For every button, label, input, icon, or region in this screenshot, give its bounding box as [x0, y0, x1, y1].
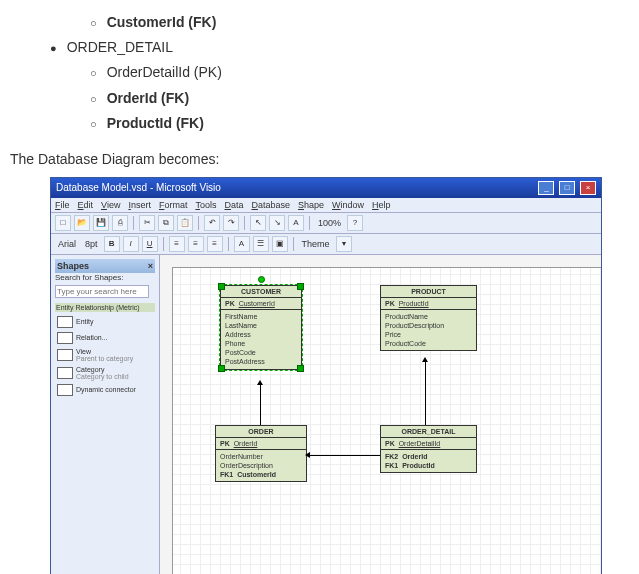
shapes-search-input[interactable]: [55, 285, 149, 298]
shapes-header: Shapes ×: [55, 259, 155, 273]
entity-title: ORDER_DETAIL: [381, 426, 476, 438]
toolbar-format: Arial 8pt B I U ≡ ≡ ≡ A ☰ ▣ Theme ▾: [51, 234, 601, 255]
copy-icon[interactable]: ⧉: [158, 215, 174, 231]
text-icon[interactable]: A: [288, 215, 304, 231]
shapes-search-label: Search for Shapes:: [55, 273, 155, 282]
entity-pk: PK OrderDetailId: [381, 438, 476, 450]
window-buttons: _ □ ×: [536, 181, 596, 195]
entity-title: CUSTOMER: [221, 286, 301, 298]
menu-tools[interactable]: Tools: [195, 200, 216, 210]
menu-window[interactable]: Window: [332, 200, 364, 210]
ruler-top: [160, 255, 601, 268]
relation-orderdetail-order[interactable]: [308, 455, 380, 456]
undo-icon[interactable]: ↶: [204, 215, 220, 231]
entity-title: ORDER: [216, 426, 306, 438]
font-color-icon[interactable]: A: [234, 236, 250, 252]
pointer-icon[interactable]: ↖: [250, 215, 266, 231]
theme-dropdown-icon[interactable]: ▾: [336, 236, 352, 252]
font-size[interactable]: 8pt: [82, 239, 101, 249]
menu-view[interactable]: View: [101, 200, 120, 210]
menu-insert[interactable]: Insert: [128, 200, 151, 210]
entity-title: PRODUCT: [381, 286, 476, 298]
fill-color-icon[interactable]: ▣: [272, 236, 288, 252]
shape-item[interactable]: Relation...: [55, 330, 155, 346]
shapes-panel: Shapes × Search for Shapes: Entity Relat…: [51, 255, 160, 574]
ruler-left: [160, 267, 173, 574]
relation-orderdetail-product[interactable]: [425, 360, 426, 425]
align-center-icon[interactable]: ≡: [188, 236, 204, 252]
line-color-icon[interactable]: ☰: [253, 236, 269, 252]
align-right-icon[interactable]: ≡: [207, 236, 223, 252]
menu-database[interactable]: Database: [251, 200, 290, 210]
save-icon[interactable]: 💾: [93, 215, 109, 231]
canvas[interactable]: CUSTOMER PK CustomerId FirstNameLastName…: [160, 255, 601, 574]
close-button[interactable]: ×: [580, 181, 596, 195]
toolbar-standard: □ 📂 💾 ⎙ ✂ ⧉ 📋 ↶ ↷ ↖ ↘ A 100% ?: [51, 213, 601, 234]
bold-icon[interactable]: B: [104, 236, 120, 252]
theme-label[interactable]: Theme: [299, 239, 333, 249]
maximize-button[interactable]: □: [559, 181, 575, 195]
menubar: FileEditViewInsertFormatToolsDataDatabas…: [51, 198, 601, 213]
help-icon[interactable]: ?: [347, 215, 363, 231]
underline-icon[interactable]: U: [142, 236, 158, 252]
print-icon[interactable]: ⎙: [112, 215, 128, 231]
relation-order-customer[interactable]: [260, 383, 261, 425]
workspace: Shapes × Search for Shapes: Entity Relat…: [51, 255, 601, 574]
connector-icon[interactable]: ↘: [269, 215, 285, 231]
visio-window: Database Model.vsd - Microsoft Visio _ □…: [50, 177, 602, 574]
shape-item[interactable]: ViewParent to category: [55, 346, 155, 364]
redo-icon[interactable]: ↷: [223, 215, 239, 231]
entity-pk: PK OrderId: [216, 438, 306, 450]
open-icon[interactable]: 📂: [74, 215, 90, 231]
window-title: Database Model.vsd - Microsoft Visio: [56, 182, 221, 193]
shapes-group[interactable]: Entity Relationship (Metric): [55, 303, 155, 312]
entity-customer[interactable]: CUSTOMER PK CustomerId FirstNameLastName…: [220, 285, 302, 370]
doc-list: CustomerId (FK)ORDER_DETAILOrderDetailId…: [50, 10, 629, 136]
italic-icon[interactable]: I: [123, 236, 139, 252]
cut-icon[interactable]: ✂: [139, 215, 155, 231]
zoom-box[interactable]: 100%: [315, 218, 344, 228]
menu-edit[interactable]: Edit: [78, 200, 94, 210]
menu-help[interactable]: Help: [372, 200, 391, 210]
menu-file[interactable]: File: [55, 200, 70, 210]
titlebar: Database Model.vsd - Microsoft Visio _ □…: [51, 178, 601, 198]
paste-icon[interactable]: 📋: [177, 215, 193, 231]
shape-item[interactable]: CategoryCategory to child: [55, 364, 155, 382]
entity-product[interactable]: PRODUCT PK ProductId ProductNameProductD…: [380, 285, 477, 351]
menu-shape[interactable]: Shape: [298, 200, 324, 210]
menu-data[interactable]: Data: [224, 200, 243, 210]
menu-format[interactable]: Format: [159, 200, 188, 210]
entity-pk: PK CustomerId: [221, 298, 301, 310]
shape-item[interactable]: Dynamic connector: [55, 382, 155, 398]
align-left-icon[interactable]: ≡: [169, 236, 185, 252]
entity-pk: PK ProductId: [381, 298, 476, 310]
caption: The Database Diagram becomes:: [10, 151, 629, 167]
new-icon[interactable]: □: [55, 215, 71, 231]
font-name[interactable]: Arial: [55, 239, 79, 249]
entity-order[interactable]: ORDER PK OrderId OrderNumberOrderDescrip…: [215, 425, 307, 482]
minimize-button[interactable]: _: [538, 181, 554, 195]
shapes-close-icon[interactable]: ×: [148, 261, 153, 271]
entity-order-detail[interactable]: ORDER_DETAIL PK OrderDetailId FK2 OrderI…: [380, 425, 477, 473]
shape-item[interactable]: Entity: [55, 314, 155, 330]
